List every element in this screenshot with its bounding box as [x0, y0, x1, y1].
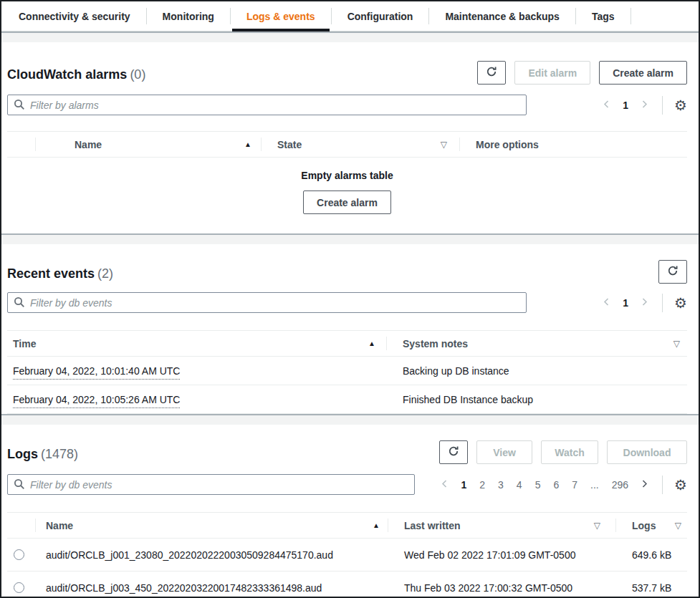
rds-instance-details-panel: Connectivity & security Monitoring Logs … — [0, 0, 700, 598]
log-row-radio[interactable] — [14, 582, 24, 593]
column-header-name[interactable]: Name▲ — [36, 513, 388, 538]
page-button-1[interactable]: 1 — [456, 478, 471, 492]
tab-maintenance-backups[interactable]: Maintenance & backups — [429, 1, 575, 31]
event-time[interactable]: February 04, 2022, 10:01:40 AM UTC — [13, 365, 180, 380]
cloudwatch-alarms-title: CloudWatch alarms(0) — [7, 63, 145, 83]
log-file-row: audit/ORCLB_j001_23080_20220202220030509… — [7, 539, 687, 572]
page-button-2[interactable]: 2 — [475, 478, 489, 492]
alarms-pagination: 1 ⚙ — [599, 96, 687, 115]
page-button-5[interactable]: 5 — [531, 478, 545, 492]
logs-select-gutter — [7, 513, 36, 538]
pagination-divider — [662, 96, 663, 115]
events-pagination: 1 ⚙ — [599, 294, 687, 312]
empty-state-create-alarm-button[interactable]: Create alarm — [303, 191, 391, 214]
chevron-right-icon — [640, 100, 649, 111]
section-separator — [1, 414, 699, 425]
events-settings-button[interactable]: ⚙ — [673, 296, 687, 310]
download-log-button[interactable]: Download — [607, 440, 687, 464]
chevron-right-icon — [640, 479, 649, 491]
sort-ascending-icon: ▲ — [368, 339, 375, 347]
refresh-events-button[interactable] — [658, 260, 687, 284]
section-logs: Logs(1478) View Watch Download 1 2 3 4 — [1, 425, 699, 598]
events-prev-page-button[interactable] — [599, 294, 614, 312]
pagination-divider — [662, 476, 663, 494]
tab-configuration[interactable]: Configuration — [332, 1, 429, 31]
logs-pagination: 1 2 3 4 5 6 7 ... 296 ⚙ — [437, 476, 687, 494]
logs-prev-page-button[interactable] — [437, 476, 452, 493]
tab-tags[interactable]: Tags — [576, 1, 631, 31]
page-button-4[interactable]: 4 — [512, 478, 527, 492]
alarms-next-page-button[interactable] — [637, 97, 652, 114]
page-button-296[interactable]: 296 — [608, 478, 633, 492]
log-file-name: audit/ORCLB_j003_450_2022020322001748233… — [36, 582, 388, 594]
column-header-state[interactable]: State▽ — [262, 132, 460, 157]
alarms-settings-button[interactable]: ⚙ — [673, 98, 687, 112]
column-header-name[interactable]: Name▲ — [36, 132, 262, 157]
column-header-more-options[interactable]: More options — [460, 132, 687, 157]
events-next-page-button[interactable] — [637, 294, 652, 312]
events-filter-input[interactable] — [7, 292, 527, 313]
section-recent-events: Recent events(2) 1 ⚙ Time▲ — [1, 244, 699, 414]
tab-connectivity-security[interactable]: Connectivity & security — [3, 1, 146, 31]
log-file-name: audit/ORCLB_j001_23080_20220202220030509… — [36, 549, 388, 561]
refresh-icon — [486, 66, 497, 79]
alarms-table-header: Name▲ State▽ More options — [7, 131, 687, 158]
sort-ascending-icon: ▲ — [244, 140, 251, 148]
refresh-logs-button[interactable] — [439, 440, 468, 464]
sort-descending-icon: ▽ — [594, 521, 600, 531]
event-row: February 04, 2022, 10:05:26 AM UTC Finis… — [7, 385, 687, 414]
section-title: CloudWatch alarms — [7, 67, 127, 82]
section-separator — [1, 233, 699, 244]
empty-alarms-message: Empty alarms table — [7, 170, 687, 181]
alarms-current-page: 1 — [618, 98, 633, 112]
recent-events-title: Recent events(2) — [7, 262, 113, 282]
alarms-prev-page-button[interactable] — [599, 97, 614, 114]
sort-descending-icon: ▽ — [675, 521, 681, 531]
event-time[interactable]: February 04, 2022, 10:05:26 AM UTC — [13, 394, 180, 408]
events-current-page: 1 — [618, 296, 633, 310]
logs-settings-button[interactable]: ⚙ — [673, 478, 687, 492]
pagination-divider — [662, 294, 663, 312]
log-row-radio[interactable] — [14, 549, 24, 560]
tab-monitoring[interactable]: Monitoring — [147, 1, 230, 31]
column-header-time[interactable]: Time▲ — [7, 331, 387, 356]
page-button-7[interactable]: 7 — [567, 478, 582, 492]
event-note: Backing up DB instance — [387, 365, 687, 377]
tab-bar: Connectivity & security Monitoring Logs … — [1, 1, 699, 32]
log-size: 537.7 kB — [616, 582, 687, 594]
column-header-last-written[interactable]: Last written▽ — [388, 513, 616, 538]
log-file-row: audit/ORCLB_j003_450_2022020322001748233… — [7, 572, 687, 598]
create-alarm-button[interactable]: Create alarm — [599, 61, 687, 85]
refresh-alarms-button[interactable] — [477, 61, 506, 85]
gear-icon: ⚙ — [674, 476, 687, 493]
log-last-written: Thu Feb 03 2022 17:00:32 GMT-0500 — [388, 582, 616, 594]
pagination-ellipsis: ... — [586, 478, 603, 492]
section-title: Logs — [7, 447, 38, 461]
alarms-filter-input[interactable] — [7, 95, 527, 115]
logs-filter-input[interactable] — [7, 474, 415, 495]
column-header-logs[interactable]: Logs▽ — [616, 513, 687, 538]
watch-log-button[interactable]: Watch — [541, 440, 598, 464]
gear-icon: ⚙ — [674, 294, 687, 312]
event-row: February 04, 2022, 10:01:40 AM UTC Backi… — [7, 357, 687, 385]
logs-title: Logs(1478) — [7, 443, 78, 463]
logs-next-page-button[interactable] — [637, 476, 652, 493]
events-count: (2) — [97, 266, 113, 281]
log-size: 649.6 kB — [616, 549, 687, 561]
tab-logs-events[interactable]: Logs & events — [231, 1, 331, 31]
sort-ascending-icon: ▲ — [373, 521, 380, 529]
page-button-6[interactable]: 6 — [549, 478, 563, 492]
view-log-button[interactable]: View — [476, 440, 532, 464]
events-table-header: Time▲ System notes▽ — [7, 330, 687, 357]
alarms-count: (0) — [130, 67, 145, 82]
alarms-select-gutter — [7, 132, 36, 157]
event-note: Finished DB Instance backup — [387, 394, 687, 405]
alarms-empty-state: Empty alarms table Create alarm — [7, 158, 687, 233]
column-header-system-notes[interactable]: System notes▽ — [387, 331, 687, 356]
section-separator — [1, 32, 699, 42]
sort-descending-icon: ▽ — [441, 140, 447, 150]
section-cloudwatch-alarms: CloudWatch alarms(0) Edit alarm Create a… — [1, 42, 699, 233]
page-button-3[interactable]: 3 — [494, 478, 508, 492]
edit-alarm-button[interactable]: Edit alarm — [514, 61, 590, 85]
refresh-icon — [667, 265, 679, 279]
